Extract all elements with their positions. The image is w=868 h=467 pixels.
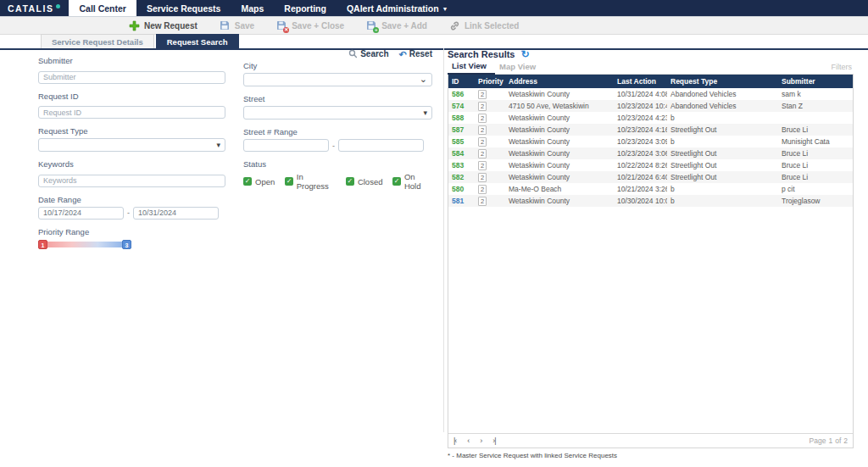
nav-item-qalert-administration[interactable]: QAlert Administration ▼ [337, 0, 459, 16]
tab-map-view[interactable]: Map View [495, 62, 544, 74]
street-dropdown[interactable]: ▾ [243, 106, 432, 120]
prev-page-button[interactable]: ‹ [467, 437, 469, 445]
column-header[interactable]: Request Type [667, 75, 778, 88]
tab-request-search[interactable]: Request Search [156, 34, 239, 48]
street-range-from-input[interactable] [243, 139, 329, 152]
request-id-link[interactable]: 587 [452, 125, 464, 134]
status-checkbox-open[interactable]: ✓ Open [243, 177, 275, 186]
checkbox-label: Closed [358, 177, 383, 186]
request-id-link[interactable]: 574 [452, 102, 464, 110]
cell-last-action: 10/23/2024 10:42P [614, 100, 667, 112]
table-row[interactable]: 5822Wetaskiwin County10/21/2024 6:40PStr… [448, 171, 853, 183]
priority-value: 2 [478, 114, 487, 123]
city-label: City [243, 61, 432, 70]
table-row[interactable]: 5842Wetaskiwin County10/23/2024 3:06PStr… [448, 147, 853, 159]
save-add-button[interactable]: + Save + Add [366, 20, 427, 31]
cell-last-action: 10/21/2024 3:26P [614, 183, 667, 195]
search-label: Search [360, 49, 388, 58]
request-id-link[interactable]: 586 [452, 90, 464, 98]
city-dropdown[interactable]: ⌄ [243, 73, 432, 86]
first-page-button[interactable]: |‹ [453, 437, 456, 445]
close-badge-icon: ✕ [283, 27, 289, 33]
chevron-down-icon: ⌄ [420, 74, 427, 85]
table-row[interactable]: 57424710 50 Ave, Wetaskiwin10/23/2024 10… [448, 100, 853, 112]
cell-priority: 2 [475, 171, 505, 183]
nav-item-reporting[interactable]: Reporting [274, 0, 337, 16]
cell-submitter: p cit [778, 183, 853, 195]
request-id-input[interactable] [38, 106, 225, 119]
street-range-separator: - [332, 142, 335, 150]
nav-label: Call Center [79, 3, 125, 14]
request-id-link[interactable]: 580 [452, 185, 464, 193]
cell-last-action: 10/21/2024 6:40P [614, 171, 667, 183]
tab-service-request-details[interactable]: Service Request Details [41, 34, 154, 48]
slider-max-handle[interactable]: 3 [122, 240, 131, 249]
table-row[interactable]: 5812Wetaskiwin County10/30/2024 10:03PbT… [448, 195, 853, 207]
cell-last-action: 10/22/2024 8:26P [614, 159, 667, 171]
date-range-separator: - [127, 208, 130, 217]
column-header[interactable]: Address [505, 75, 614, 88]
cell-request-type: b [667, 183, 778, 195]
brand-name: CATALIS [8, 3, 53, 14]
search-button[interactable]: Search [348, 48, 388, 59]
cell-address: Wetaskiwin County [505, 147, 614, 159]
nav-item-maps[interactable]: Maps [231, 0, 274, 16]
refresh-icon[interactable]: ↻ [520, 49, 529, 59]
cell-id: 588 [448, 112, 475, 124]
priority-value: 2 [478, 90, 487, 99]
date-to-input[interactable] [133, 207, 219, 220]
status-checkbox-closed[interactable]: ✓ Closed [346, 177, 383, 186]
table-row[interactable]: 5882Wetaskiwin County10/23/2024 4:23Pb [448, 112, 853, 124]
keywords-input[interactable] [38, 175, 225, 187]
next-page-button[interactable]: › [480, 437, 481, 445]
nav-item-call-center[interactable]: Call Center [69, 0, 136, 16]
new-request-button[interactable]: New Request [129, 20, 198, 31]
filters-link[interactable]: Filters [832, 63, 853, 71]
cell-address: Wetaskiwin County [505, 159, 614, 171]
cell-priority: 2 [475, 147, 505, 159]
save-close-button[interactable]: ✕ Save + Close [276, 20, 344, 31]
table-row[interactable]: 5802Ma-Me-O Beach10/21/2024 3:26Pbp cit [448, 183, 853, 195]
link-selected-button[interactable]: Link Selected [449, 20, 519, 31]
status-checkbox-on-hold[interactable]: ✓ On Hold [392, 172, 432, 191]
vertical-divider [443, 48, 444, 432]
request-id-link[interactable]: 588 [452, 114, 464, 122]
request-id-link[interactable]: 582 [452, 173, 464, 181]
reset-button[interactable]: ↶ Reset [399, 48, 432, 59]
table-row[interactable]: 5852Wetaskiwin County10/23/2024 3:09PbMu… [448, 136, 853, 147]
caret-down-icon: ▼ [442, 6, 448, 12]
status-checkbox-in-progress[interactable]: ✓ In Progress [285, 172, 336, 191]
pagination-bar: |‹ ‹ › ›| Page 1 of 2 [448, 433, 853, 448]
priority-range-slider[interactable]: 1 3 [38, 240, 131, 249]
grid-empty-space [448, 207, 853, 433]
view-tab-label: Map View [499, 62, 536, 71]
request-type-dropdown[interactable]: ▾ [38, 138, 225, 152]
column-header[interactable]: Last Action [614, 75, 667, 88]
column-header[interactable]: Submitter [778, 75, 853, 88]
table-row[interactable]: 5862Wetaskiwin County10/31/2024 4:08PAba… [448, 88, 853, 100]
cell-priority: 2 [475, 195, 505, 207]
last-page-button[interactable]: ›| [492, 437, 495, 445]
nav-item-service-requests[interactable]: Service Requests [136, 0, 231, 16]
street-range-to-input[interactable] [338, 139, 424, 152]
request-id-link[interactable]: 583 [452, 161, 464, 170]
street-range-label: Street # Range [243, 127, 432, 136]
request-id-label: Request ID [38, 92, 225, 101]
table-row[interactable]: 5832Wetaskiwin County10/22/2024 8:26PStr… [448, 159, 853, 171]
column-header[interactable]: ID [448, 75, 475, 88]
save-add-icon: + [366, 20, 377, 31]
date-from-input[interactable] [38, 207, 124, 220]
request-id-link[interactable]: 585 [452, 137, 464, 146]
request-id-link[interactable]: 584 [452, 149, 464, 158]
save-button[interactable]: Save [220, 20, 254, 31]
tab-list-view[interactable]: List View [448, 61, 495, 75]
request-id-link[interactable]: 581 [452, 197, 464, 205]
column-header[interactable]: Priority [475, 75, 505, 88]
slider-min-handle[interactable]: 1 [38, 240, 47, 249]
nav-label: Service Requests [147, 3, 221, 14]
cell-id: 585 [448, 136, 475, 147]
table-row[interactable]: 5872Wetaskiwin County10/23/2024 4:16PStr… [448, 124, 853, 136]
submitter-input[interactable] [38, 71, 225, 84]
current-page-number: 1 [828, 436, 832, 445]
status-label: Status [243, 159, 432, 169]
